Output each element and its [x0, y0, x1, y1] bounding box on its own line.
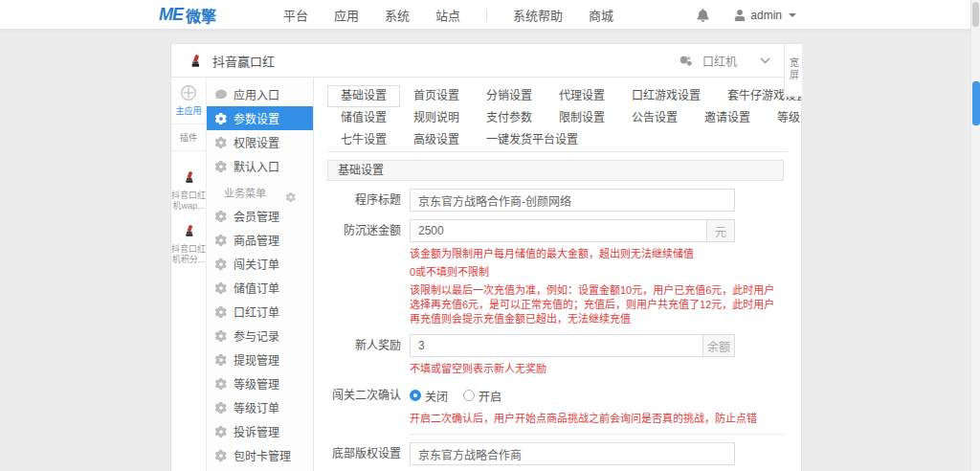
settings-content: 基础设置首页设置分销设置代理设置口红游戏设置套牛仔游戏设置界面设置文字自定义储值…: [314, 78, 801, 471]
tab-口红游戏设置[interactable]: 口红游戏设置: [618, 85, 714, 107]
menu-item-label: 闯关订单: [234, 256, 279, 272]
tab-首页设置[interactable]: 首页设置: [400, 85, 473, 107]
user-menu[interactable]: admin: [734, 9, 796, 22]
comment-icon: [215, 89, 227, 101]
menu-item-参与记录[interactable]: 参与记录: [207, 324, 313, 348]
menu-item-label: 商品管理: [234, 232, 279, 248]
text-input[interactable]: [410, 219, 707, 242]
menu-item-label: 默认入口: [234, 158, 279, 174]
section-header: 基础设置: [327, 160, 784, 181]
text-input[interactable]: [410, 334, 703, 357]
menu-item-包时卡管理[interactable]: 包时卡管理: [207, 443, 313, 467]
radio-option-关闭[interactable]: 关闭: [410, 388, 448, 404]
gear-icon: [215, 426, 227, 437]
lipstick-app-icon: [188, 53, 203, 68]
tabs-row: 基础设置首页设置分销设置代理设置口红游戏设置套牛仔游戏设置界面设置文字自定义: [327, 85, 788, 107]
menu-item-口红订单[interactable]: 口红订单: [207, 300, 313, 324]
menu-item-label: 包时卡管理: [234, 447, 291, 463]
module-switcher[interactable]: 口红机: [679, 44, 770, 78]
plugin-app-item[interactable]: 抖音口红机wap...: [171, 169, 206, 212]
widescreen-toggle-button[interactable]: 宽屏: [784, 43, 802, 97]
app-title: 抖音赢口红: [212, 52, 275, 70]
radio-unselected-icon[interactable]: [463, 390, 475, 401]
tab-公告设置[interactable]: 公告设置: [618, 107, 691, 129]
tab-代理设置[interactable]: 代理设置: [546, 85, 618, 107]
user-icon: [734, 10, 746, 21]
menu-item-包时卡订单[interactable]: 包时卡订单: [207, 467, 313, 471]
notification-bell-icon[interactable]: [697, 9, 709, 22]
tab-一键发货平台设置[interactable]: 一键发货平台设置: [473, 129, 591, 151]
menu-item-label: 权限设置: [234, 134, 279, 150]
tab-支付参数[interactable]: 支付参数: [473, 107, 546, 129]
menu-item-label: 储值订单: [234, 280, 279, 296]
nav-item-系统[interactable]: 系统: [385, 6, 410, 24]
form-field-row: 底部版权设置显示在首页和我的页面: [327, 442, 784, 471]
input-group: [410, 442, 735, 465]
form-field-row: 防沉迷金额元该金额为限制用户每月储值的最大金额，超出则无法继续储值0或不填则不限…: [327, 219, 784, 326]
menu-item-label: 提现管理: [234, 351, 279, 368]
menu-item-投诉管理[interactable]: 投诉管理: [207, 419, 313, 443]
menu-item-应用入口[interactable]: 应用入口: [207, 82, 313, 106]
tab-储值设置[interactable]: 储值设置: [327, 107, 400, 129]
tab-分销设置[interactable]: 分销设置: [473, 85, 546, 107]
nav-item-系统帮助[interactable]: 系统帮助: [513, 6, 563, 24]
weiqin-logo[interactable]: ME 微擎: [159, 0, 216, 30]
menu-item-label: 参与记录: [234, 327, 279, 344]
scrollbar-thumb[interactable]: [972, 2, 979, 27]
main-app-icon[interactable]: [180, 84, 197, 101]
menu-item-label: 等级订单: [234, 399, 279, 415]
tab-限制设置[interactable]: 限制设置: [546, 107, 618, 129]
tab-邀请设置[interactable]: 邀请设置: [691, 107, 764, 129]
form-field-row: 程序标题: [327, 189, 784, 212]
menu-item-等级管理[interactable]: 等级管理: [207, 371, 313, 395]
tab-规则说明[interactable]: 规则说明: [400, 107, 473, 129]
menu-item-默认入口[interactable]: 默认入口: [207, 154, 313, 178]
page-scrollbar[interactable]: [970, 0, 980, 471]
menu-section-business: 业务菜单: [207, 181, 313, 204]
app-panel: 抖音赢口红 口红机 宽屏 主应用 插件 抖音口红机wap...抖音口红机积分..…: [170, 43, 802, 471]
help-text: 该金额为限制用户每月储值的最大金额，超出则无法继续储值: [410, 247, 779, 261]
nav-item-应用[interactable]: 应用: [334, 6, 359, 24]
settings-form: 程序标题防沉迷金额元该金额为限制用户每月储值的最大金额，超出则无法继续储值0或不…: [327, 189, 784, 471]
chevron-down-icon[interactable]: [760, 57, 770, 64]
field-label: 新人奖励: [327, 334, 410, 376]
gear-icon: [215, 450, 227, 461]
nav-item-商城[interactable]: 商城: [589, 6, 613, 24]
logo-text: 微擎: [186, 4, 216, 27]
menu-item-商品管理[interactable]: 商品管理: [207, 228, 313, 252]
field-label: 底部版权设置: [327, 442, 410, 471]
tab-高级设置[interactable]: 高级设置: [400, 129, 473, 151]
radio-selected-icon[interactable]: [410, 390, 421, 401]
menu-item-等级订单[interactable]: 等级订单: [207, 395, 313, 419]
main-app-label[interactable]: 主应用: [175, 104, 201, 117]
gear-icon: [215, 137, 227, 148]
help-text: 不填或留空则表示新人无奖励: [410, 362, 779, 376]
plugins-label: 插件: [180, 131, 197, 144]
plugin-app-label: 抖音口红机wap...: [171, 191, 206, 212]
menu-item-参数设置[interactable]: 参数设置: [207, 106, 313, 130]
radio-label: 开启: [479, 388, 501, 404]
text-input[interactable]: [410, 189, 735, 212]
gear-icon: [215, 378, 227, 390]
tab-等级设置[interactable]: 等级设置: [764, 107, 801, 129]
nav-item-站点[interactable]: 站点: [435, 6, 460, 24]
menu-item-会员管理[interactable]: 会员管理: [207, 204, 313, 228]
sidebar-divider: [171, 150, 206, 151]
nav-item-平台[interactable]: 平台: [283, 6, 308, 24]
plugin-app-item[interactable]: 抖音口红机积分...: [171, 223, 206, 265]
menu-item-权限设置[interactable]: 权限设置: [207, 130, 313, 154]
menu-item-提现管理[interactable]: 提现管理: [207, 348, 313, 371]
radio-option-开启[interactable]: 开启: [463, 388, 501, 404]
menu-item-储值订单[interactable]: 储值订单: [207, 276, 313, 300]
form-field-row: 闯关二次确认关闭开启开启二次确认后，用户开始点商品挑战之前会询问是否真的挑战，防…: [327, 384, 784, 426]
app-switch-sidebar: 主应用 插件 抖音口红机wap...抖音口红机积分...: [171, 78, 207, 471]
text-input[interactable]: [410, 442, 735, 465]
gear-icon: [215, 402, 227, 414]
tab-基础设置[interactable]: 基础设置: [327, 85, 400, 107]
input-group: 元: [410, 219, 735, 242]
gear-icon: [215, 282, 227, 294]
tab-七牛设置[interactable]: 七牛设置: [327, 129, 400, 151]
menu-item-label: 应用入口: [234, 86, 279, 102]
menu-item-闯关订单[interactable]: 闯关订单: [207, 252, 313, 276]
blue-floating-tab[interactable]: [972, 81, 980, 125]
